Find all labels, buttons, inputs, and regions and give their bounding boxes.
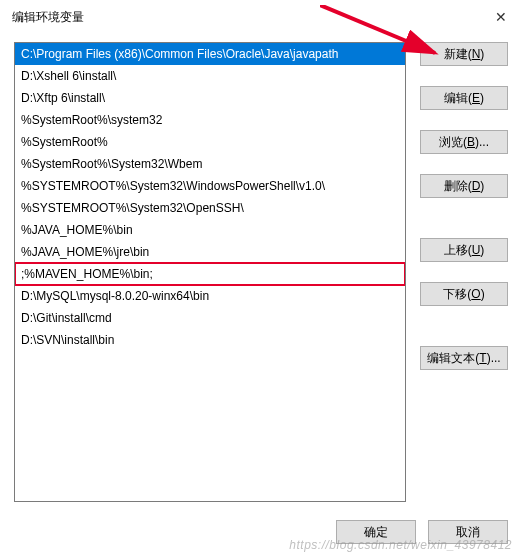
delete-button[interactable]: 删除(D) bbox=[420, 174, 508, 198]
list-item[interactable]: D:\Xftp 6\install\ bbox=[15, 87, 405, 109]
browse-button[interactable]: 浏览(B)... bbox=[420, 130, 508, 154]
list-item[interactable]: %JAVA_HOME%\bin bbox=[15, 219, 405, 241]
close-icon[interactable]: ✕ bbox=[492, 8, 510, 26]
list-item[interactable]: %SYSTEMROOT%\System32\WindowsPowerShell\… bbox=[15, 175, 405, 197]
list-item[interactable]: C:\Program Files (x86)\Common Files\Orac… bbox=[15, 43, 405, 65]
dialog-title: 编辑环境变量 bbox=[12, 9, 84, 26]
list-item[interactable]: %SYSTEMROOT%\System32\OpenSSH\ bbox=[15, 197, 405, 219]
edit-text-button[interactable]: 编辑文本(T)... bbox=[420, 346, 508, 370]
list-item[interactable]: D:\SVN\install\bin bbox=[15, 329, 405, 351]
move-down-button[interactable]: 下移(O) bbox=[420, 282, 508, 306]
list-item[interactable]: D:\Git\install\cmd bbox=[15, 307, 405, 329]
list-item[interactable]: %SystemRoot% bbox=[15, 131, 405, 153]
list-item[interactable]: D:\MySQL\mysql-8.0.20-winx64\bin bbox=[15, 285, 405, 307]
list-item[interactable]: %JAVA_HOME%\jre\bin bbox=[15, 241, 405, 263]
move-up-button[interactable]: 上移(U) bbox=[420, 238, 508, 262]
list-item[interactable]: ;%MAVEN_HOME%\bin; bbox=[14, 262, 406, 286]
watermark: https://blog.csdn.net/weixin_43978412 bbox=[289, 538, 512, 552]
edit-button[interactable]: 编辑(E) bbox=[420, 86, 508, 110]
list-item[interactable]: %SystemRoot%\System32\Wbem bbox=[15, 153, 405, 175]
new-button[interactable]: 新建(N) bbox=[420, 42, 508, 66]
list-item[interactable]: D:\Xshell 6\install\ bbox=[15, 65, 405, 87]
list-item[interactable]: %SystemRoot%\system32 bbox=[15, 109, 405, 131]
path-listbox[interactable]: C:\Program Files (x86)\Common Files\Orac… bbox=[14, 42, 406, 502]
